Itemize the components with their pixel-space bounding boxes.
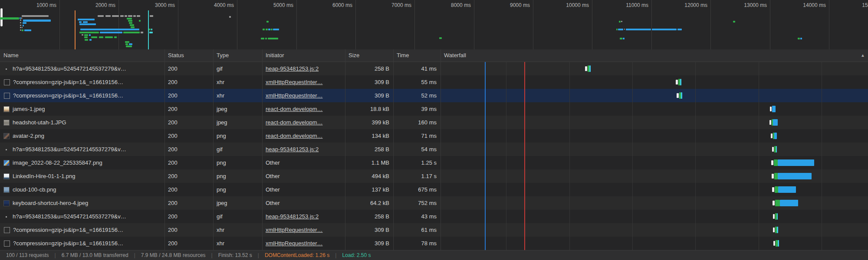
initiator-link[interactable]: heap-953481253.js:2 (266, 146, 319, 153)
waterfall-bar-stall[interactable] (770, 107, 772, 111)
waterfall-bar-dl[interactable] (773, 119, 778, 126)
request-name[interactable]: h?a=953481253&u=5245472145537279&v… (13, 210, 126, 223)
name-cell: ?compression=gzip-js&ip=1&_=16619156… (3, 75, 163, 89)
column-header-time[interactable]: Time (393, 49, 441, 62)
waterfall-bar-dlc[interactable] (589, 65, 591, 72)
waterfall-bar-stall[interactable] (773, 228, 775, 232)
request-name[interactable]: h?a=953481253&u=5245472145537279&v… (13, 143, 126, 156)
initiator-link[interactable]: xmlHttpRequestInter… (266, 240, 323, 247)
table-row[interactable]: avatar-2.png200pngreact-dom.developm…134… (0, 129, 868, 143)
table-row[interactable]: LinkedIn-Hire-01-1-1.png200pngOther494 k… (0, 169, 868, 183)
overview-time-label: 14000 ms (761, 2, 826, 8)
column-divider[interactable] (164, 49, 165, 250)
table-row[interactable]: h?a=953481253&u=5245472145537279&v…200gi… (0, 62, 868, 75)
waterfall-bar-dl[interactable] (780, 200, 798, 206)
table-row[interactable]: ?compression=gzip-js&ip=1&_=16619156…200… (0, 75, 868, 89)
waterfall-bar-wait[interactable] (774, 173, 778, 179)
overview-request-bar (22, 15, 49, 17)
waterfall-bar-dlc[interactable] (777, 227, 778, 233)
time-cell: 43 ms (393, 210, 437, 223)
waterfall-bar-stall[interactable] (773, 214, 775, 219)
overview-request-bar (128, 20, 132, 22)
waterfall-bar-dlc[interactable] (778, 240, 779, 247)
table-row[interactable]: ?compression=gzip-js&ip=1&_=16619156…200… (0, 237, 868, 250)
table-row[interactable]: image_2022-08-22_225335847.png200pngOthe… (0, 156, 868, 169)
request-name[interactable]: headshot-utah-1.JPG (13, 116, 66, 129)
initiator-link[interactable]: react-dom.developm… (266, 133, 323, 139)
waterfall-bar-dlc[interactable] (680, 79, 681, 85)
request-name[interactable]: ?compression=gzip-js&ip=1&_=16619156… (13, 223, 123, 237)
waterfall-bar-stall[interactable] (771, 160, 773, 165)
overview-request-bar (23, 22, 26, 24)
initiator-cell: xmlHttpRequestInter… (266, 223, 343, 237)
initiator-link[interactable]: heap-953481253.js:2 (266, 213, 319, 220)
overview-request-bar (84, 36, 88, 38)
initiator-link[interactable]: xmlHttpRequestInter… (266, 92, 323, 99)
request-name[interactable]: ?compression=gzip-js&ip=1&_=16619156… (13, 75, 123, 89)
waterfall-bar-dlc[interactable] (681, 92, 682, 99)
waterfall-bar-dlc[interactable] (777, 213, 778, 220)
waterfall-bar-stall[interactable] (772, 174, 774, 179)
waterfall-bar-stall[interactable] (769, 120, 771, 125)
table-row[interactable]: headshot-utah-1.JPG200jpegreact-dom.deve… (0, 116, 868, 129)
waterfall-bar-dlc[interactable] (776, 146, 777, 153)
time-cell: 41 ms (393, 62, 437, 75)
waterfall-bar-wait[interactable] (774, 159, 778, 166)
initiator-link[interactable]: xmlHttpRequestInter… (266, 79, 323, 85)
table-row[interactable]: cloud-100-cb.png200pngOther137 kB675 ms (0, 183, 868, 196)
table-row[interactable]: h?a=953481253&u=5245472145537279&v…200gi… (0, 143, 868, 156)
waterfall-bar-dl[interactable] (778, 173, 812, 179)
request-name[interactable]: ?compression=gzip-js&ip=1&_=16619156… (13, 237, 123, 250)
column-header-type[interactable]: Type (213, 49, 262, 62)
table-row[interactable]: ?compression=gzip-js&ip=1&_=16619156…200… (0, 89, 868, 102)
waterfall-bar-stall[interactable] (773, 201, 775, 205)
request-name[interactable]: avatar-2.png (13, 129, 44, 143)
waterfall-bar-stall[interactable] (773, 241, 775, 246)
column-divider[interactable] (262, 49, 263, 250)
column-divider[interactable] (345, 49, 345, 250)
waterfall-gridline (632, 62, 633, 250)
waterfall-bar-dl[interactable] (778, 186, 796, 193)
column-header-status[interactable]: Status (164, 49, 213, 62)
waterfall-bar-stall[interactable] (772, 147, 774, 152)
column-divider[interactable] (393, 49, 394, 250)
waterfall-bar-stall[interactable] (676, 80, 678, 84)
request-name[interactable]: cloud-100-cb.png (13, 183, 56, 196)
request-name[interactable]: ?compression=gzip-js&ip=1&_=16619156… (13, 89, 123, 102)
request-name[interactable]: h?a=953481253&u=5245472145537279&v… (13, 62, 126, 75)
initiator-link[interactable]: react-dom.developm… (266, 106, 323, 112)
waterfall-bar-dl[interactable] (772, 106, 776, 112)
footer-stat: 100 / 113 requests (6, 252, 49, 258)
waterfall-bar-stall[interactable] (677, 93, 679, 98)
overview-request-bar (24, 29, 31, 31)
column-header-waterfall[interactable]: Waterfall▲ (441, 49, 868, 62)
column-header-size[interactable]: Size (345, 49, 393, 62)
initiator-link[interactable]: heap-953481253.js:2 (266, 65, 319, 72)
waterfall-bar-wait[interactable] (775, 186, 778, 193)
waterfall-bar-dl[interactable] (778, 159, 814, 166)
request-name[interactable]: keyboard-shortcut-hero-4.jpeg (13, 196, 88, 210)
network-overview-timeline[interactable]: 1000 ms2000 ms3000 ms4000 ms5000 ms6000 … (0, 0, 868, 50)
column-header-name[interactable]: Name (0, 49, 164, 62)
waterfall-bar-stall[interactable] (585, 66, 587, 71)
overview-request-bar (800, 38, 802, 39)
waterfall-bar-stall[interactable] (772, 187, 774, 192)
request-name[interactable]: LinkedIn-Hire-01-1-1.png (13, 169, 76, 183)
column-divider[interactable] (213, 49, 214, 250)
column-divider[interactable] (441, 49, 441, 250)
table-row[interactable]: ?compression=gzip-js&ip=1&_=16619156…200… (0, 223, 868, 237)
table-row[interactable]: james-1.jpeg200jpegreact-dom.developm…18… (0, 102, 868, 116)
waterfall-bar-stall[interactable] (771, 133, 773, 138)
initiator-link[interactable]: react-dom.developm… (266, 119, 323, 126)
column-header-initiator[interactable]: Initiator (262, 49, 345, 62)
overview-time-label: 12000 ms (642, 2, 707, 8)
size-cell: 494 kB (345, 169, 389, 183)
waterfall-bar-wait[interactable] (775, 200, 780, 206)
initiator-link[interactable]: xmlHttpRequestInter… (266, 227, 323, 233)
sort-arrow-icon[interactable]: ▲ (861, 49, 865, 62)
request-name[interactable]: james-1.jpeg (13, 102, 45, 116)
waterfall-bar-dl[interactable] (774, 133, 777, 139)
table-row[interactable]: h?a=953481253&u=5245472145537279&v…200gi… (0, 210, 868, 223)
table-row[interactable]: keyboard-shortcut-hero-4.jpeg200jpegOthe… (0, 196, 868, 210)
request-name[interactable]: image_2022-08-22_225335847.png (13, 156, 102, 169)
